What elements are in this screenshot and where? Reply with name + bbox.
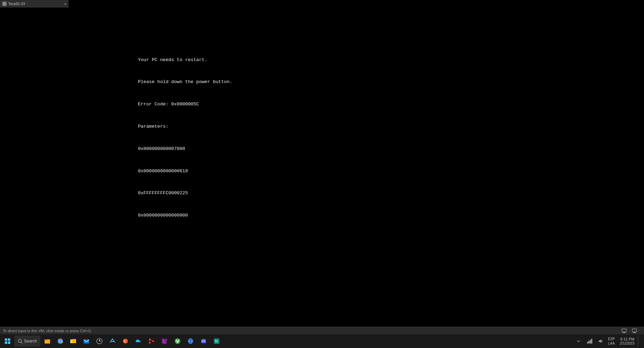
search-button[interactable]: Search xyxy=(14,336,40,347)
language-indicator[interactable]: ESP LAA xyxy=(607,337,616,346)
svg-point-28 xyxy=(149,342,151,344)
start-button[interactable] xyxy=(1,335,14,347)
file-explorer-icon[interactable] xyxy=(41,335,53,347)
bsod-line4: Parameters: xyxy=(138,124,168,129)
show-desktop-button[interactable] xyxy=(638,336,640,346)
svg-rect-19 xyxy=(72,339,76,343)
network-icon[interactable] xyxy=(585,336,594,346)
svg-rect-8 xyxy=(8,338,10,341)
svg-rect-0 xyxy=(3,2,6,5)
vm-tip-bar: To direct input to this VM, click inside… xyxy=(0,327,644,334)
svg-rect-1 xyxy=(622,329,627,332)
clock-time: 6:11 PM xyxy=(620,337,634,341)
tray-expand-button[interactable] xyxy=(574,336,583,346)
bsod-text: Your PC needs to restart. Please hold do… xyxy=(127,49,232,227)
lang-esp: ESP xyxy=(608,337,615,341)
svg-point-26 xyxy=(149,339,151,340)
search-label: Search xyxy=(24,339,37,344)
svg-rect-39 xyxy=(587,342,588,344)
vm-icon xyxy=(2,1,7,6)
vm-title: Tera92.03 xyxy=(8,2,25,6)
devtool-icon[interactable]: D xyxy=(119,335,132,347)
folder-icon[interactable] xyxy=(67,335,80,347)
vm-title-bar: Tera92.03 ✕ xyxy=(0,0,69,8)
svg-rect-20 xyxy=(84,339,89,344)
svg-line-30 xyxy=(150,339,153,341)
bsod-line1: Your PC needs to restart. xyxy=(138,57,207,62)
svg-rect-41 xyxy=(590,340,591,344)
svg-rect-40 xyxy=(588,341,590,344)
svg-point-27 xyxy=(153,340,154,342)
clock-date: 2/1/2023 xyxy=(620,341,634,345)
bsod-line3: Error Code: 0x0000005C xyxy=(138,102,199,107)
lang-laa: LAA xyxy=(608,341,615,346)
host-taskbar: Search xyxy=(0,334,644,348)
bsod-line7: 0xFFFFFFFFC0000225 xyxy=(138,190,188,196)
vm-screen[interactable]: Your PC needs to restart. Please hold do… xyxy=(0,8,644,334)
app-icon-last[interactable]: M xyxy=(210,335,223,347)
discord-icon[interactable] xyxy=(197,335,210,347)
globe-icon[interactable] xyxy=(184,335,197,347)
svg-rect-7 xyxy=(5,338,7,341)
taskmanager-icon[interactable] xyxy=(93,335,106,347)
bsod-line5: 0x000000000007000 xyxy=(138,146,185,151)
svg-rect-14 xyxy=(45,339,47,340)
svg-rect-42 xyxy=(591,339,592,344)
vm-tip-text: To direct input to this VM, click inside… xyxy=(3,329,92,333)
svg-point-36 xyxy=(204,341,205,342)
mail-icon[interactable] xyxy=(80,335,93,347)
close-button[interactable]: ✕ xyxy=(64,2,66,6)
svg-rect-10 xyxy=(8,341,10,344)
svg-rect-9 xyxy=(5,341,7,344)
system-tray: ESP LAA 6:11 PM 2/1/2023 xyxy=(574,336,643,346)
bsod-line6: 0x0000000000000618 xyxy=(138,169,188,174)
svg-rect-4 xyxy=(632,329,637,332)
bsod-line2: Please hold down the power button. xyxy=(138,79,232,84)
bsod-line8: 0x0000000000000000 xyxy=(138,213,188,218)
git-icon[interactable] xyxy=(145,335,158,347)
svg-text:M: M xyxy=(215,339,218,343)
volta-icon[interactable] xyxy=(171,335,184,347)
volume-icon[interactable] xyxy=(596,336,605,346)
clock[interactable]: 6:11 PM 2/1/2023 xyxy=(618,337,636,345)
svg-line-12 xyxy=(21,342,23,344)
browser-icon[interactable] xyxy=(54,335,66,347)
vscode-icon[interactable] xyxy=(106,335,119,347)
svg-text:D: D xyxy=(124,340,125,343)
extension-icon[interactable] xyxy=(158,335,171,347)
svg-point-35 xyxy=(202,341,203,342)
cloud-icon[interactable] xyxy=(132,335,145,347)
